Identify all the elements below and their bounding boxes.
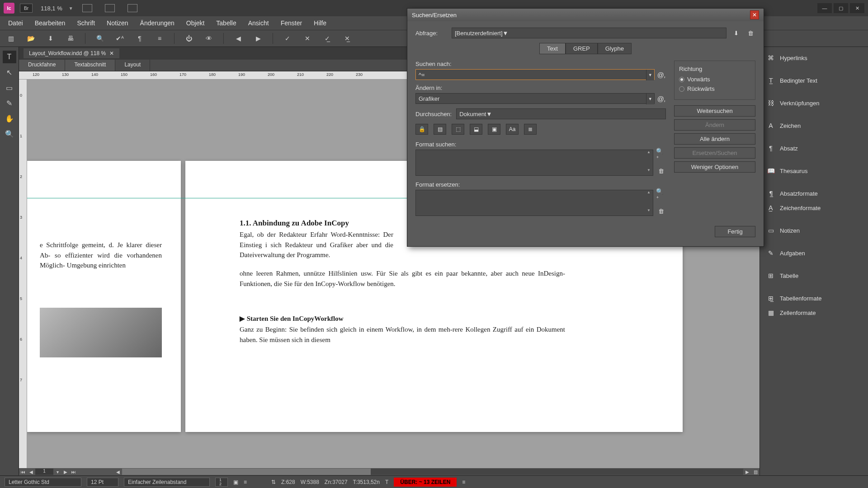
leading-field[interactable]: Einfacher Zeilenabstand <box>124 478 210 487</box>
search-option-layers-icon[interactable]: ⬚ <box>452 124 464 135</box>
status-icon-4[interactable]: T <box>385 479 388 485</box>
status-icon-2[interactable]: ≡ <box>244 479 247 485</box>
panel-notizen[interactable]: ▭Notizen <box>760 223 868 238</box>
panel-zeichen[interactable]: AZeichen <box>760 118 868 133</box>
tab-layout[interactable]: Layout <box>115 60 150 71</box>
print-icon[interactable]: 🖶 <box>65 34 76 43</box>
weniger-optionen-button[interactable]: Weniger Optionen <box>674 161 755 173</box>
weitersuchen-button[interactable]: Weitersuchen <box>674 105 755 117</box>
chevron-down-icon[interactable]: ▼ <box>646 70 654 80</box>
suchen-input[interactable]: ^= ▼ <box>415 69 655 80</box>
frac-field[interactable]: 1 2 <box>215 478 228 487</box>
dialog-titlebar[interactable]: Suchen/Ersetzen ✕ <box>407 9 764 21</box>
last-page-icon[interactable]: ⏭ <box>70 469 78 475</box>
scroll-up-icon[interactable]: ▲ <box>646 190 652 197</box>
menu-fenster[interactable]: Fenster <box>278 18 305 28</box>
panel-tabellenformate[interactable]: ⊞̲Tabellenformate <box>760 291 868 305</box>
close-tab-icon[interactable]: ✕ <box>109 50 114 56</box>
scroll-left-icon[interactable]: ◀ <box>114 469 122 475</box>
tab-textabschnitt[interactable]: Textabschnitt <box>65 60 115 71</box>
eye-icon[interactable]: 👁 <box>203 34 214 43</box>
open-icon[interactable]: 📂 <box>25 34 36 43</box>
clear-format-icon[interactable]: 🗑 <box>656 206 666 216</box>
page-dropdown-icon[interactable]: ▾ <box>53 469 61 475</box>
scroll-up-icon[interactable]: ▲ <box>646 150 652 156</box>
prev-page-icon[interactable]: ◀ <box>27 469 35 475</box>
reject-all-icon[interactable]: ✕̲ <box>342 34 353 43</box>
font-field[interactable]: Letter Gothic Std <box>5 478 81 487</box>
status-icon-1[interactable]: ▣ <box>233 479 238 485</box>
panel-absatzformate[interactable]: ¶̲Absatzformate <box>760 186 868 201</box>
accept-all-icon[interactable]: ✓̲ <box>322 34 333 43</box>
tab-druckfahne[interactable]: Druckfahne <box>19 60 65 71</box>
bridge-icon[interactable]: Br <box>20 4 33 13</box>
save-icon[interactable]: ⬇ <box>45 34 56 43</box>
panel-absatz[interactable]: ¶Absatz <box>760 141 868 155</box>
panel-zellenformate[interactable]: ▦Zellenformate <box>760 305 868 320</box>
zoom-dropdown[interactable]: 118,1 % ▼ <box>41 5 73 12</box>
search-option-master-icon[interactable]: ▣ <box>488 124 500 135</box>
menu-tabelle[interactable]: Tabelle <box>213 18 239 28</box>
panel-zeichenformate[interactable]: A̲Zeichenformate <box>760 201 868 215</box>
menu-ansicht[interactable]: Ansicht <box>245 18 272 28</box>
clear-format-icon[interactable]: 🗑 <box>656 166 666 176</box>
direct-select-icon[interactable]: ↖ <box>3 66 16 79</box>
scroll-down-icon[interactable]: ▼ <box>646 168 652 174</box>
maximize-button[interactable]: ▢ <box>834 3 848 13</box>
tab-glyphe[interactable]: Glyphe <box>598 43 632 54</box>
tab-grep[interactable]: GREP <box>566 43 598 54</box>
menu-bearbeiten[interactable]: Bearbeiten <box>32 18 68 28</box>
specify-format-icon[interactable]: 🔍⁺ <box>656 150 666 160</box>
search-option-word-icon[interactable]: ≣ <box>524 124 537 135</box>
panel-hyperlinks[interactable]: ⌘Hyperlinks <box>760 51 868 65</box>
format-suchen-box[interactable]: ▲▼ <box>415 150 653 176</box>
menu-hilfe[interactable]: Hilfe <box>311 18 329 28</box>
scroll-down-icon[interactable]: ▼ <box>646 208 652 215</box>
load-query-icon[interactable]: ⬇ <box>731 28 741 38</box>
prev-icon[interactable]: ◀ <box>233 34 244 43</box>
pilcrow-icon[interactable]: ¶ <box>134 34 145 43</box>
lines-icon[interactable]: ≡ <box>154 34 165 43</box>
status-menu-icon[interactable]: ≡ <box>462 479 465 485</box>
hand-tool-icon[interactable]: ✋ <box>3 112 16 125</box>
page-field[interactable]: 1 <box>35 469 53 475</box>
specify-format-icon[interactable]: 🔍⁺ <box>656 190 666 200</box>
power-icon[interactable]: ⏻ <box>184 34 194 43</box>
status-icon-3[interactable]: ⇅ <box>271 479 276 485</box>
next-icon[interactable]: ▶ <box>253 34 264 43</box>
aendern-button[interactable]: Ändern <box>674 119 755 131</box>
ersetzen-suchen-button[interactable]: Ersetzen/Suchen <box>674 147 755 159</box>
dialog-close-button[interactable]: ✕ <box>750 10 759 19</box>
fertig-button[interactable]: Fertig <box>715 226 755 237</box>
note-tool-icon[interactable]: ▭ <box>3 81 16 94</box>
menu-schrift[interactable]: Schrift <box>74 18 98 28</box>
next-page-icon[interactable]: ▶ <box>61 469 70 475</box>
minimize-button[interactable]: — <box>817 3 832 13</box>
tab-text[interactable]: Text <box>539 43 566 54</box>
durchsuchen-dropdown[interactable]: Dokument ▼ <box>456 108 666 119</box>
radio-rueckwaerts[interactable]: Rückwärts <box>679 85 750 92</box>
first-page-icon[interactable]: ⏮ <box>19 469 27 475</box>
new-icon[interactable]: ▥ <box>5 34 16 43</box>
eyedropper-icon[interactable]: ✎ <box>3 97 16 109</box>
delete-query-icon[interactable]: 🗑 <box>745 28 755 38</box>
view-mode-icon-3[interactable] <box>127 4 137 12</box>
special-char-icon[interactable]: @, <box>657 95 666 103</box>
special-char-icon[interactable]: @, <box>657 71 666 79</box>
search-option-case-icon[interactable]: Aa <box>506 124 519 135</box>
close-button[interactable]: ✕ <box>850 3 864 13</box>
aendern-input[interactable]: Grafiker ▼ <box>415 93 655 104</box>
panel-bedingter-text[interactable]: T̲Bedingter Text <box>760 73 868 88</box>
panel-aufgaben[interactable]: ✎Aufgaben <box>760 246 868 260</box>
format-ersetzen-box[interactable]: ▲▼ <box>415 190 653 216</box>
document-tab[interactable]: Layout_Workflow.indd @ 118 % ✕ <box>24 48 119 58</box>
radio-vorwaerts[interactable]: Vorwärts <box>679 76 750 83</box>
size-field[interactable]: 12 Pt <box>87 478 118 487</box>
view-mode-icon-1[interactable] <box>82 4 92 12</box>
view-mode-icon-2[interactable] <box>105 4 115 12</box>
scroll-right-icon[interactable]: ▶ <box>743 469 751 475</box>
search-icon[interactable]: 🔍 <box>94 34 105 43</box>
menu-datei[interactable]: Datei <box>5 18 26 28</box>
panel-thesaurus[interactable]: 📖Thesaurus <box>760 164 868 178</box>
chevron-down-icon[interactable]: ▼ <box>646 94 654 104</box>
